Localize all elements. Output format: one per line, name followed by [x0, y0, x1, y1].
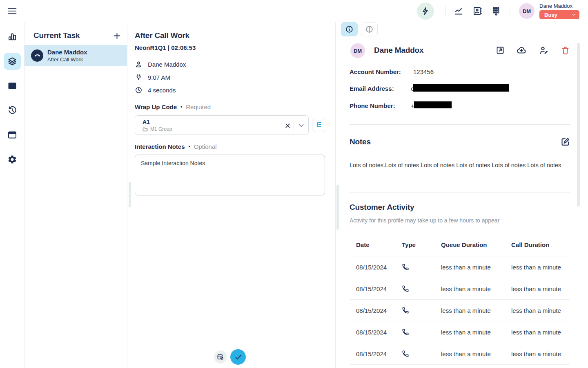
check-icon [234, 353, 243, 361]
edit-note-icon [560, 137, 570, 147]
external-link-icon [496, 46, 505, 55]
phone-icon [34, 52, 41, 59]
performance-button[interactable] [454, 6, 463, 16]
wrapup-select[interactable]: A1 M1 Group [135, 115, 309, 135]
dialpad-button[interactable] [491, 6, 501, 16]
complete-acw-button[interactable] [230, 349, 246, 365]
table-row: 08/15/2024 less than a minute less than … [350, 256, 570, 278]
col-date: Date [356, 241, 402, 248]
panel-scrollbar[interactable] [336, 185, 339, 230]
select-divider [294, 120, 294, 131]
add-task-button[interactable] [112, 31, 122, 40]
row-queue-duration: less than a minute [441, 329, 511, 336]
row-queue-duration: less than a minute [441, 350, 511, 357]
col-queue-duration: Queue Duration [441, 241, 511, 248]
plus-icon [112, 31, 122, 40]
phone-icon [402, 350, 409, 357]
profile-name: Dane Maddox [374, 46, 423, 55]
sidebar-item-history[interactable] [7, 105, 17, 115]
window-icon [7, 130, 17, 140]
current-task-panel: Current Task Dane Maddox After Call Work [24, 22, 127, 368]
clock-icon [135, 86, 143, 94]
edit-notes-button[interactable] [560, 136, 570, 147]
profile-avatar: DM [350, 43, 365, 58]
panel-scrollbar[interactable] [129, 182, 131, 207]
task-state: After Call Work [47, 56, 83, 63]
directory-button[interactable] [472, 6, 482, 16]
row-call-duration: less than a minute [511, 329, 570, 336]
interactions-hub-button[interactable] [417, 2, 434, 20]
sidebar-item-apps[interactable] [7, 130, 17, 140]
sidebar-item-settings[interactable] [7, 155, 17, 164]
history-icon [7, 105, 17, 115]
task-list-item[interactable]: Dane Maddox After Call Work [24, 45, 127, 66]
status-label: Busy [544, 12, 557, 18]
performance-chart-icon [454, 6, 463, 16]
download-profile-button[interactable] [517, 45, 526, 55]
sidebar-item-interactions[interactable] [7, 56, 17, 66]
phone-icon [402, 307, 409, 314]
table-row: 08/15/2024 less than a minute less than … [350, 321, 570, 343]
acw-contact-name: Dane Maddox [148, 61, 186, 68]
acw-start-time: 9:07 AM [148, 74, 170, 81]
row-date: 08/15/2024 [356, 307, 402, 314]
tab-profile-info[interactable] [341, 22, 358, 36]
bullet: • [189, 144, 190, 150]
col-call-duration: Call Duration [511, 241, 570, 248]
row-date: 08/15/2024 [356, 285, 402, 292]
info-icon [345, 25, 354, 34]
task-name: Dane Maddox [47, 49, 87, 56]
tree-picker-icon [315, 121, 323, 129]
bar-stats-icon [7, 32, 17, 42]
user-initials: DM [523, 8, 531, 14]
row-date: 08/15/2024 [356, 350, 402, 357]
interaction-notes-label-row: Interaction Notes • Optional [135, 143, 217, 150]
phone-icon [402, 263, 409, 271]
bullet: • [180, 104, 182, 110]
col-type: Type [402, 241, 441, 248]
user-avatar[interactable]: DM [519, 3, 535, 19]
phone-icon [402, 328, 409, 336]
chevron-down-icon [571, 12, 577, 18]
row-type [402, 328, 441, 336]
lightning-icon [421, 7, 430, 16]
row-call-duration: less than a minute [511, 307, 570, 314]
wrapup-dropdown-button[interactable] [297, 121, 306, 130]
acw-contact-row: Dane Maddox [135, 60, 186, 69]
wrapup-requirement: Required [186, 103, 211, 110]
tab-insights[interactable] [361, 22, 378, 36]
interaction-notes-input[interactable]: Sample Interaction Notes [135, 155, 325, 195]
wrapup-clear-button[interactable] [283, 121, 292, 130]
wrapup-tree-picker-button[interactable] [312, 118, 326, 132]
row-date: 08/15/2024 [356, 264, 402, 271]
email-redaction-bar [413, 84, 509, 92]
schedule-callback-button[interactable] [214, 350, 227, 364]
row-date: 08/15/2024 [356, 329, 402, 336]
status-selector[interactable]: Busy [539, 10, 579, 19]
wrapup-label: Wrap Up Code [135, 103, 177, 110]
activity-table-body: 08/15/2024 less than a minute less than … [350, 256, 570, 365]
delete-contact-button[interactable] [560, 45, 570, 55]
profile-scrollbar[interactable] [577, 43, 580, 206]
current-task-title: Current Task [33, 31, 80, 40]
customer-activity-subtitle: Activity for this profile may take up to… [350, 217, 499, 224]
row-type [402, 263, 441, 271]
edit-contact-button[interactable] [539, 45, 549, 55]
acw-subtitle: NeonR1Q1 | 02:06:53 [135, 44, 196, 51]
acw-duration-row: 4 seconds [135, 85, 176, 94]
sidebar-item-contacts[interactable] [7, 81, 17, 91]
topbar-divider [445, 6, 445, 16]
edit-contact-icon [539, 45, 549, 55]
task-avatar [31, 49, 43, 62]
contact-card-icon [7, 81, 17, 91]
folder-icon [143, 127, 148, 132]
calendar-schedule-icon [217, 353, 224, 361]
table-row: 08/15/2024 less than a minute less than … [350, 343, 570, 365]
sidebar-item-performance[interactable] [7, 32, 17, 42]
chevron-down-icon [297, 121, 305, 130]
activity-table-header: Date Type Queue Duration Call Duration [350, 241, 570, 248]
open-external-button[interactable] [495, 45, 505, 55]
menu-button[interactable] [7, 6, 18, 16]
person-icon [135, 61, 143, 68]
phone-icon [402, 285, 409, 292]
